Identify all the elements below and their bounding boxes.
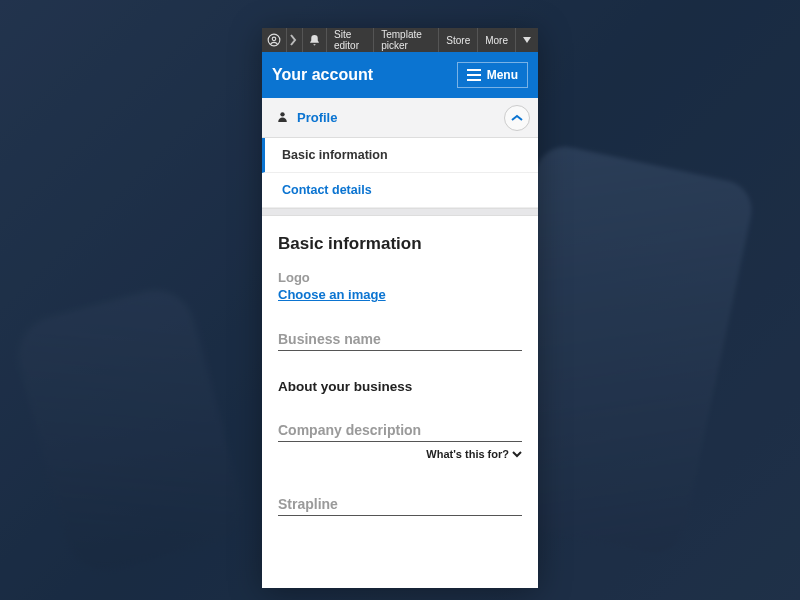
strapline-input[interactable] [278, 494, 522, 516]
chevron-down-icon [512, 451, 522, 458]
about-heading: About your business [278, 379, 522, 394]
menu-button[interactable]: Menu [457, 62, 528, 88]
form-basic-information: Basic information Logo Choose an image A… [262, 216, 538, 588]
topbar-site-editor[interactable]: Site editor [327, 28, 374, 52]
section-profile[interactable]: Profile [262, 98, 538, 138]
whats-this-label: What's this for? [426, 448, 509, 460]
section-label: Profile [297, 110, 337, 125]
company-description-input[interactable] [278, 420, 522, 442]
account-icon[interactable] [262, 28, 287, 52]
topbar-template-picker[interactable]: Template picker [374, 28, 439, 52]
page-title: Your account [272, 66, 373, 84]
more-dropdown-caret-icon[interactable] [516, 28, 538, 52]
subnav: Basic information Contact details [262, 138, 538, 208]
logo-label: Logo [278, 270, 522, 285]
business-name-input[interactable] [278, 329, 522, 351]
collapse-button[interactable] [504, 105, 530, 131]
whats-this-toggle[interactable]: What's this for? [278, 448, 522, 460]
divider [262, 208, 538, 216]
mobile-viewport: Site editor Template picker Store More Y… [262, 28, 538, 588]
choose-image-link[interactable]: Choose an image [278, 287, 386, 302]
subnav-contact-details[interactable]: Contact details [262, 173, 538, 208]
form-heading: Basic information [278, 234, 522, 254]
page-header: Your account Menu [262, 52, 538, 98]
admin-topbar: Site editor Template picker Store More [262, 28, 538, 52]
chevron-right-icon [287, 28, 303, 52]
person-icon [276, 109, 289, 127]
topbar-more[interactable]: More [478, 28, 516, 52]
menu-button-label: Menu [487, 68, 518, 82]
topbar-store[interactable]: Store [439, 28, 478, 52]
notifications-icon[interactable] [303, 28, 327, 52]
svg-point-5 [280, 112, 284, 116]
subnav-basic-information[interactable]: Basic information [262, 138, 538, 173]
svg-point-1 [272, 37, 276, 41]
